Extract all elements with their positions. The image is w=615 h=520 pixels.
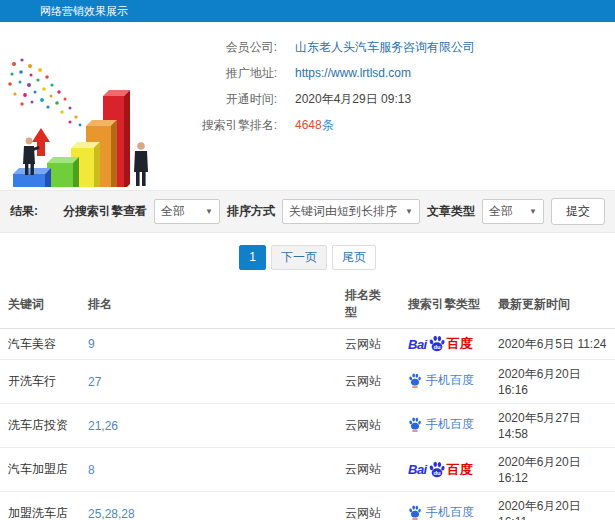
sort-select[interactable]: 关键词由短到长排序 ▼ [282, 199, 420, 224]
keyword-link[interactable]: 汽车美容 [8, 337, 56, 351]
table-row: 汽车美容 9 云网站 Bai du 百度 [0, 329, 615, 360]
rank-link[interactable]: 25,28,28 [88, 507, 135, 520]
profile-section: 会员公司: 山东老人头汽车服务咨询有限公司 推广地址: https://www.… [0, 22, 615, 190]
table-row: 洗车店投资 21,26 云网站 Bai du 百度 [0, 404, 615, 448]
keyword-link[interactable]: 开洗车行 [8, 374, 56, 388]
info-row-open-time: 开通时间: 2020年4月29日 09:13 [185, 86, 475, 112]
last-page-button[interactable]: 尾页 [332, 245, 376, 270]
engine-filter-label: 分搜索引擎查看 [63, 203, 147, 220]
bar-chart-illustration [0, 22, 185, 187]
table-row: 加盟洗车店 25,28,28 云网站 Bai du 百度 [0, 492, 615, 520]
svg-text:du: du [433, 344, 441, 350]
rank-type-value: 云网站 [345, 337, 381, 351]
header-keyword: 关键词 [0, 281, 80, 329]
update-time-value: 2020年6月20日 16:11 [498, 499, 581, 520]
mobile-baidu-paw-icon [408, 417, 422, 432]
table-row: 汽车加盟店 8 云网站 Bai du 百度 [0, 448, 615, 492]
baidu-logo-cn: 百度 [447, 335, 473, 353]
rank-count-label: 搜索引擎排名: [185, 117, 277, 134]
company-label: 会员公司: [185, 39, 277, 56]
rank-link[interactable]: 21,26 [88, 419, 118, 433]
header-rank-type: 排名类型 [337, 281, 400, 329]
header-rank: 排名 [80, 281, 337, 329]
rank-type-value: 云网站 [345, 506, 381, 520]
baidu-logo-text: Bai [408, 337, 427, 352]
url-label: 推广地址: [185, 65, 277, 82]
keyword-link[interactable]: 加盟洗车店 [8, 506, 68, 520]
update-time-value: 2020年6月20日 16:16 [498, 367, 581, 397]
mobile-baidu-logo: 手机百度 [408, 504, 474, 520]
mobile-baidu-paw-icon [408, 373, 422, 388]
open-time-label: 开通时间: [185, 91, 277, 108]
update-time-value: 2020年5月27日 14:58 [498, 411, 581, 441]
page-header: 网络营销效果展示 [0, 0, 615, 22]
mobile-baidu-label: 手机百度 [426, 372, 474, 389]
rank-count-number: 4648 [295, 118, 322, 132]
filter-bar: 结果: 分搜索引擎查看 全部 ▼ 排序方式 关键词由短到长排序 ▼ 文章类型 全… [0, 190, 615, 233]
baidu-pc-logo: Bai du 百度 [408, 461, 473, 479]
article-type-select[interactable]: 全部 ▼ [482, 199, 544, 224]
engine-filter-select[interactable]: 全部 ▼ [154, 199, 220, 224]
mobile-baidu-label: 手机百度 [426, 504, 474, 520]
results-table: 关键词 排名 排名类型 搜索引擎类型 最新更新时间 汽车美容 9 云网站 Bai [0, 281, 615, 520]
mobile-baidu-logo: 手机百度 [408, 416, 474, 433]
baidu-paw-icon: du [428, 461, 446, 479]
baidu-paw-icon: du [428, 335, 446, 353]
info-row-company: 会员公司: 山东老人头汽车服务咨询有限公司 [185, 34, 475, 60]
pagination: 1 下一页 尾页 [0, 233, 615, 281]
mobile-baidu-logo: 手机百度 [408, 372, 474, 389]
result-label: 结果: [10, 203, 38, 220]
chevron-down-icon: ▼ [405, 207, 413, 216]
baidu-logo-text: Bai [408, 462, 427, 477]
baidu-pc-logo: Bai du 百度 [408, 335, 473, 353]
keyword-link[interactable]: 洗车店投资 [8, 418, 68, 432]
rank-link[interactable]: 9 [88, 337, 95, 351]
table-body: 汽车美容 9 云网站 Bai du 百度 [0, 329, 615, 520]
article-type-label: 文章类型 [427, 203, 475, 220]
filter-controls: 分搜索引擎查看 全部 ▼ 排序方式 关键词由短到长排序 ▼ 文章类型 全部 ▼ … [63, 198, 605, 225]
keyword-link[interactable]: 汽车加盟店 [8, 462, 68, 476]
page-button-current[interactable]: 1 [239, 245, 266, 270]
info-row-rank-count: 搜索引擎排名: 4648条 [185, 112, 475, 138]
rank-link[interactable]: 27 [88, 375, 101, 389]
update-time-value: 2020年6月5日 11:24 [498, 337, 607, 351]
sort-value: 关键词由短到长排序 [289, 203, 397, 220]
open-time-value: 2020年4月29日 09:13 [295, 91, 411, 108]
svg-text:du: du [433, 470, 441, 476]
submit-button[interactable]: 提交 [551, 198, 605, 225]
engine-filter-value: 全部 [161, 203, 185, 220]
sort-label: 排序方式 [227, 203, 275, 220]
table-header-row: 关键词 排名 排名类型 搜索引擎类型 最新更新时间 [0, 281, 615, 329]
chevron-down-icon: ▼ [529, 207, 537, 216]
mobile-baidu-paw-icon [408, 505, 422, 520]
info-row-url: 推广地址: https://www.lrtlsd.com [185, 60, 475, 86]
rank-link[interactable]: 8 [88, 463, 95, 477]
rank-type-value: 云网站 [345, 374, 381, 388]
baidu-logo-cn: 百度 [447, 461, 473, 479]
promotion-url-link[interactable]: https://www.lrtlsd.com [295, 66, 411, 80]
rank-type-value: 云网站 [345, 462, 381, 476]
rank-count-unit: 条 [322, 118, 334, 132]
header-update-time: 最新更新时间 [490, 281, 615, 329]
article-type-value: 全部 [489, 203, 513, 220]
mobile-baidu-label: 手机百度 [426, 416, 474, 433]
rank-type-value: 云网站 [345, 418, 381, 432]
update-time-value: 2020年6月20日 16:12 [498, 455, 581, 485]
table-row: 开洗车行 27 云网站 Bai du 百度 [0, 360, 615, 404]
chevron-down-icon: ▼ [205, 207, 213, 216]
header-engine-type: 搜索引擎类型 [400, 281, 490, 329]
rank-count-value: 4648条 [295, 117, 334, 134]
page-title: 网络营销效果展示 [40, 5, 128, 17]
company-link[interactable]: 山东老人头汽车服务咨询有限公司 [295, 39, 475, 56]
next-page-button[interactable]: 下一页 [271, 245, 327, 270]
company-info: 会员公司: 山东老人头汽车服务咨询有限公司 推广地址: https://www.… [185, 22, 475, 190]
